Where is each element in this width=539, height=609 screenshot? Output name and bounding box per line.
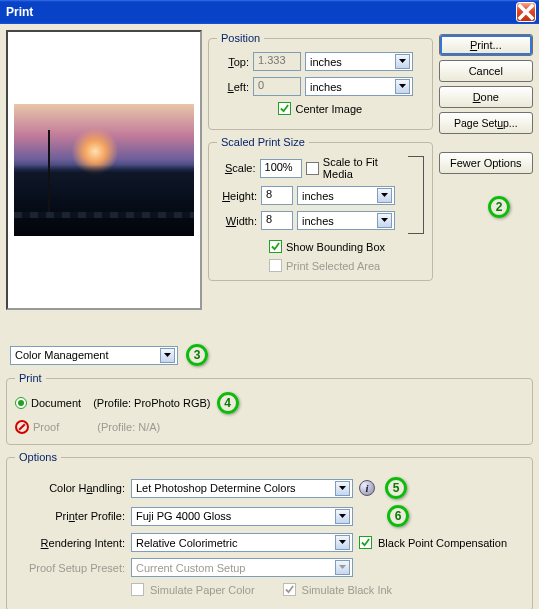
width-input[interactable]: 8 — [261, 211, 293, 230]
printer-profile-select[interactable]: Fuji PG 4000 Gloss — [131, 507, 353, 526]
annotation-5: 5 — [385, 477, 407, 499]
scaled-legend: Scaled Print Size — [217, 136, 309, 148]
scale-input[interactable]: 100% — [260, 159, 303, 178]
top-input: 1.333 — [253, 52, 301, 71]
document-radio[interactable] — [15, 397, 27, 409]
options-legend: Options — [15, 451, 61, 463]
close-button[interactable] — [516, 2, 536, 22]
width-units-value: inches — [302, 215, 334, 227]
height-units-select[interactable]: inches — [297, 186, 395, 205]
show-bounding-box-label: Show Bounding Box — [286, 241, 385, 253]
proof-setup-preset-select: Current Custom Setup — [131, 558, 353, 577]
printer-profile-value: Fuji PG 4000 Gloss — [136, 510, 231, 522]
width-label: Width: — [217, 215, 257, 227]
print-legend: Print — [15, 372, 46, 384]
simulate-black-ink-label: Simulate Black Ink — [302, 584, 393, 596]
prohibited-icon — [15, 420, 29, 434]
scale-label: Scale: — [217, 162, 256, 174]
top-units-select[interactable]: inches — [305, 52, 413, 71]
proof-profile-text: (Profile: N/A) — [97, 421, 160, 433]
print-selected-area-label: Print Selected Area — [286, 260, 380, 272]
print-preview — [6, 30, 202, 310]
left-input: 0 — [253, 77, 301, 96]
fewer-options-button[interactable]: Fewer Options — [439, 152, 533, 174]
preview-image — [14, 104, 194, 236]
annotation-3: 3 — [186, 344, 208, 366]
chevron-down-icon — [395, 54, 410, 69]
simulate-paper-color-checkbox — [131, 583, 144, 596]
chevron-down-icon — [160, 348, 175, 363]
printer-profile-label: Printer Profile: — [15, 510, 125, 522]
chevron-down-icon — [335, 509, 350, 524]
width-units-select[interactable]: inches — [297, 211, 395, 230]
done-button[interactable]: Done — [439, 86, 533, 108]
check-icon — [285, 585, 294, 594]
scale-to-fit-label: Scale to Fit Media — [323, 156, 408, 180]
chevron-down-icon — [335, 535, 350, 550]
chevron-down-icon — [335, 560, 350, 575]
proof-radio-label: Proof — [33, 421, 59, 433]
proof-setup-preset-label: Proof Setup Preset: — [15, 562, 125, 574]
close-icon — [517, 3, 535, 21]
fewer-options-label: Fewer Options — [450, 157, 522, 169]
position-group: Position Top: 1.333 inches Left: 0 inche… — [208, 32, 433, 130]
height-label: Height: — [217, 190, 257, 202]
info-icon[interactable]: i — [359, 480, 375, 496]
chevron-down-icon — [377, 188, 392, 203]
chevron-down-icon — [377, 213, 392, 228]
top-label: Top: — [217, 56, 249, 68]
mode-select[interactable]: Color Management — [10, 346, 178, 365]
document-profile-text: (Profile: ProPhoto RGB) — [93, 397, 210, 409]
height-input[interactable]: 8 — [261, 186, 293, 205]
check-icon — [280, 104, 289, 113]
scale-to-fit-checkbox[interactable] — [306, 162, 319, 175]
annotation-4: 4 — [217, 392, 239, 414]
titlebar: Print — [0, 0, 539, 24]
chevron-down-icon — [335, 481, 350, 496]
position-legend: Position — [217, 32, 264, 44]
top-units-value: inches — [310, 56, 342, 68]
print-selected-area-checkbox — [269, 259, 282, 272]
check-icon — [361, 538, 370, 547]
rendering-intent-select[interactable]: Relative Colorimetric — [131, 533, 353, 552]
mode-select-value: Color Management — [15, 349, 109, 361]
options-group: Options Color Handling: Let Photoshop De… — [6, 451, 533, 609]
color-handling-select[interactable]: Let Photoshop Determine Colors — [131, 479, 353, 498]
chevron-down-icon — [395, 79, 410, 94]
scaled-print-size-group: Scaled Print Size Scale: 100% Scale to F… — [208, 136, 433, 281]
left-units-select[interactable]: inches — [305, 77, 413, 96]
annotation-6: 6 — [387, 505, 409, 527]
rendering-intent-value: Relative Colorimetric — [136, 537, 237, 549]
black-point-compensation-label: Black Point Compensation — [378, 537, 507, 549]
simulate-paper-color-label: Simulate Paper Color — [150, 584, 255, 596]
show-bounding-box-checkbox[interactable] — [269, 240, 282, 253]
print-group: Print Document (Profile: ProPhoto RGB) 4… — [6, 372, 533, 445]
black-point-compensation-checkbox[interactable] — [359, 536, 372, 549]
rendering-intent-label: Rendering Intent: — [15, 537, 125, 549]
document-radio-label: Document — [31, 397, 81, 409]
annotation-2: 2 — [488, 196, 510, 218]
window-title: Print — [6, 5, 33, 19]
proof-setup-preset-value: Current Custom Setup — [136, 562, 245, 574]
link-bracket-icon — [408, 156, 424, 234]
center-image-label: Center Image — [295, 103, 362, 115]
color-handling-label: Color Handling: — [15, 482, 125, 494]
height-units-value: inches — [302, 190, 334, 202]
page-setup-button[interactable]: Page Setup... — [439, 112, 533, 134]
center-image-checkbox[interactable] — [278, 102, 291, 115]
print-button[interactable]: Print... — [439, 34, 533, 56]
left-label: Left: — [217, 81, 249, 93]
left-units-value: inches — [310, 81, 342, 93]
check-icon — [271, 242, 280, 251]
cancel-button[interactable]: Cancel — [439, 60, 533, 82]
color-handling-value: Let Photoshop Determine Colors — [136, 482, 296, 494]
simulate-black-ink-checkbox — [283, 583, 296, 596]
dialog-body: Position Top: 1.333 inches Left: 0 inche… — [0, 24, 539, 609]
